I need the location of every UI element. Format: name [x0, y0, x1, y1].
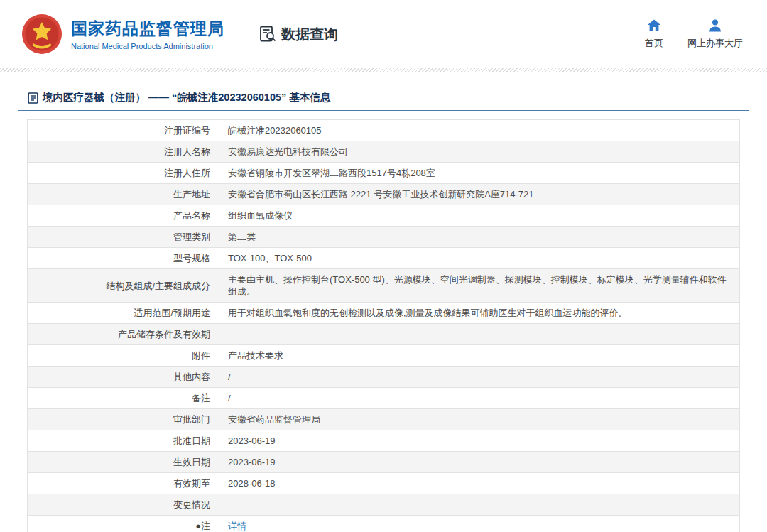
table-row: 生产地址安徽省合肥市蜀山区长江西路 2221 号安徽工业技术创新研究院A座714…	[28, 184, 740, 205]
table-row: 管理类别第二类	[28, 227, 740, 248]
info-table-body: 注册证编号皖械注准20232060105注册人名称安徽易康达光电科技有限公司注册…	[28, 120, 740, 532]
main-content: 境内医疗器械（注册） —— “皖械注准20232060105” 基本信息 注册证…	[0, 72, 767, 532]
row-value: 2028-06-18	[219, 473, 740, 494]
table-row: ●注详情	[28, 516, 740, 532]
nav-online-hall[interactable]: 网上办事大厅	[687, 18, 743, 50]
row-label: 管理类别	[28, 227, 219, 248]
info-table: 注册证编号皖械注准20232060105注册人名称安徽易康达光电科技有限公司注册…	[27, 119, 740, 532]
table-row: 审批部门安徽省药品监督管理局	[28, 409, 740, 430]
row-label: 型号规格	[28, 248, 219, 269]
user-icon	[708, 18, 722, 33]
row-label: ●注	[28, 516, 219, 532]
table-row: 适用范围/预期用途用于对组织血氧饱和度的无创检测以及成像,测量及成像结果可辅助医…	[28, 303, 740, 324]
row-value: 第二类	[219, 227, 740, 248]
table-row: 附件产品技术要求	[28, 345, 740, 367]
table-row: 产品名称组织血氧成像仪	[28, 205, 740, 227]
row-value: 安徽省药品监督管理局	[219, 409, 740, 430]
row-value: /	[219, 367, 740, 388]
row-label: 备注	[28, 388, 219, 409]
row-value: 2023-06-19	[219, 452, 740, 473]
table-row: 注册人住所安徽省铜陵市开发区翠湖二路西段1517号4栋208室	[28, 163, 740, 184]
brand: 国家药品监督管理局 National Medical Products Admi…	[21, 13, 224, 55]
row-label: 注册证编号	[28, 120, 219, 141]
row-value	[219, 494, 740, 516]
data-query-heading: 数据查询	[259, 25, 338, 44]
row-label: 附件	[28, 345, 219, 367]
table-row: 备注/	[28, 388, 740, 409]
row-label: 变更情况	[28, 494, 219, 516]
table-row: 结构及组成/主要组成成分主要由主机、操作控制台(TOX-500 型)、光源模块、…	[28, 269, 740, 303]
row-value: 2023-06-19	[219, 430, 740, 452]
row-value: 组织血氧成像仪	[219, 205, 740, 227]
page: 国家药品监督管理局 National Medical Products Admi…	[0, 0, 767, 532]
row-value: 用于对组织血氧饱和度的无创检测以及成像,测量及成像结果可辅助医生对于组织血运功能…	[219, 303, 740, 324]
row-label: 结构及组成/主要组成成分	[28, 269, 219, 303]
nav-home-label: 首页	[645, 37, 663, 50]
row-label: 有效期至	[28, 473, 219, 494]
row-label: 生产地址	[28, 184, 219, 205]
table-row: 生效日期2023-06-19	[28, 452, 740, 473]
org-name-en: National Medical Products Administration	[71, 42, 224, 50]
detail-link[interactable]: 详情	[228, 521, 246, 531]
row-label: 审批部门	[28, 409, 219, 430]
row-value: 安徽省铜陵市开发区翠湖二路西段1517号4栋208室	[219, 163, 740, 184]
row-value	[219, 324, 740, 345]
table-row: 产品储存条件及有效期	[28, 324, 740, 345]
table-row: 批准日期2023-06-19	[28, 430, 740, 452]
table-row: 其他内容/	[28, 367, 740, 388]
row-label: 注册人名称	[28, 141, 219, 163]
table-row: 有效期至2028-06-18	[28, 473, 740, 494]
info-box: 境内医疗器械（注册） —— “皖械注准20232060105” 基本信息 注册证…	[18, 85, 749, 532]
row-value: 主要由主机、操作控制台(TOX-500 型)、光源模块、空间光调制器、探测模块、…	[219, 269, 740, 303]
row-value: 皖械注准20232060105	[219, 120, 740, 141]
box-title-text: 境内医疗器械（注册） —— “皖械注准20232060105” 基本信息	[43, 91, 330, 104]
row-label: 产品名称	[28, 205, 219, 227]
row-label: 其他内容	[28, 367, 219, 388]
org-name-cn: 国家药品监督管理局	[71, 18, 224, 40]
home-icon	[647, 18, 661, 33]
table-row: 变更情况	[28, 494, 740, 516]
row-value: /	[219, 388, 740, 409]
data-query-icon	[259, 25, 277, 43]
row-value: 产品技术要求	[219, 345, 740, 367]
header-nav: 首页 网上办事大厅	[645, 18, 743, 50]
row-label: 适用范围/预期用途	[28, 303, 219, 324]
data-query-label: 数据查询	[281, 25, 338, 44]
document-icon	[28, 92, 38, 104]
row-label: 生效日期	[28, 452, 219, 473]
nav-online-hall-label: 网上办事大厅	[687, 37, 743, 50]
row-value: 安徽省合肥市蜀山区长江西路 2221 号安徽工业技术创新研究院A座714-721	[219, 184, 740, 205]
brand-text: 国家药品监督管理局 National Medical Products Admi…	[71, 18, 224, 50]
row-label: 产品储存条件及有效期	[28, 324, 219, 345]
row-label: 注册人住所	[28, 163, 219, 184]
nav-home[interactable]: 首页	[645, 18, 663, 50]
site-header: 国家药品监督管理局 National Medical Products Admi…	[0, 0, 767, 68]
row-value: 详情	[219, 516, 740, 532]
nmpa-emblem-logo	[21, 13, 62, 55]
table-row: 注册人名称安徽易康达光电科技有限公司	[28, 141, 740, 163]
box-title: 境内医疗器械（注册） —— “皖械注准20232060105” 基本信息	[18, 85, 749, 111]
row-value: TOX-100、TOX-500	[219, 248, 740, 269]
table-row: 注册证编号皖械注准20232060105	[28, 120, 740, 141]
row-value: 安徽易康达光电科技有限公司	[219, 141, 740, 163]
row-label: 批准日期	[28, 430, 219, 452]
table-row: 型号规格TOX-100、TOX-500	[28, 248, 740, 269]
